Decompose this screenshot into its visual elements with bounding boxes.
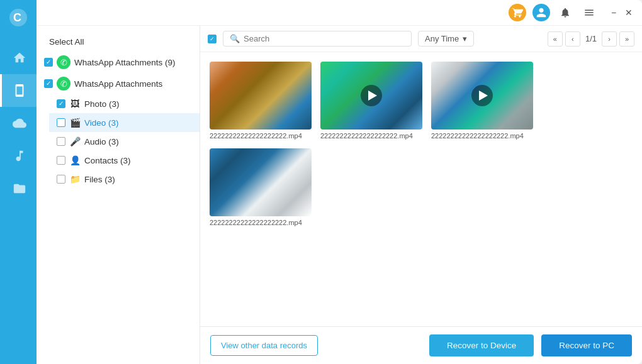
page-prev-button[interactable]: ‹ [565,31,580,47]
files-icon: 📁 [69,174,81,185]
checkbox-whatsapp-top[interactable] [44,58,53,67]
checkbox-whatsapp[interactable] [44,79,53,88]
tree-panel: Select All ✆ WhatsApp Attachments (9) ✆ … [37,26,200,364]
page-next-button[interactable]: › [602,31,617,47]
media-item-4[interactable]: 22222222222222222222.mp4 [210,148,312,226]
contacts-icon: 👤 [69,155,81,166]
whatsapp-icon: ✆ [57,77,70,91]
pagination: « ‹ 1/1 › » [548,31,634,47]
tree-item-whatsapp-top[interactable]: ✆ WhatsApp Attachments (9) [37,52,200,73]
play-button-2[interactable] [361,85,382,106]
page-first-button[interactable]: « [548,31,563,47]
photo-icon: 🖼 [69,98,81,109]
media-name-4: 22222222222222222222.mp4 [210,219,312,226]
label-files: Files (3) [84,175,115,184]
nav-cloud[interactable] [0,107,37,140]
page-info: 1/1 [583,34,599,43]
select-all-row[interactable]: Select All [37,32,200,52]
sidebar-nav: C [0,0,37,364]
label-video: Video (3) [84,118,119,128]
label-whatsapp: WhatsApp Attachments [74,79,162,89]
search-input[interactable] [244,34,405,43]
checkbox-audio[interactable] [57,137,65,146]
time-filter-label: Any Time [425,34,459,43]
window-controls: − ✕ [608,7,634,18]
app-logo: C [7,6,30,29]
label-photo: Photo (3) [84,99,120,109]
tree-item-photo[interactable]: 🖼 Photo (3) [49,94,200,113]
time-filter-dropdown[interactable]: Any Time ▾ [418,31,474,47]
nav-folder[interactable] [0,172,37,205]
checkbox-photo[interactable] [57,99,65,108]
tree-item-audio[interactable]: 🎤 Audio (3) [49,132,200,151]
view-other-button[interactable]: View other data records [210,335,318,356]
media-name-1: 22222222222222222222.mp4 [210,132,312,140]
recover-to-device-button[interactable]: Recover to Device [429,334,534,356]
chevron-down-icon: ▾ [463,34,467,43]
media-name-3: 22222222222222222222.mp4 [431,132,533,140]
media-grid: 22222222222222222222.mp4 222222222222222… [200,52,642,326]
media-thumb-4[interactable] [210,148,312,216]
label-contacts: Contacts (3) [84,156,131,165]
media-item-2[interactable]: 22222222222222222222.mp4 [320,62,422,140]
whatsapp-icon-top: ✆ [57,55,70,69]
nav-home[interactable] [0,41,37,74]
audio-icon: 🎤 [69,136,81,147]
media-thumb-1[interactable] [210,62,312,130]
tree-item-whatsapp[interactable]: ✆ WhatsApp Attachments [37,73,200,94]
page-last-button[interactable]: » [619,31,634,47]
close-button[interactable]: ✕ [623,7,634,18]
title-bar-icons [509,4,598,21]
video-icon: 🎬 [69,117,81,128]
checkbox-contacts[interactable] [57,156,65,165]
tree-item-video[interactable]: 🎬 Video (3) [49,113,200,132]
nav-device[interactable] [0,74,37,107]
tree-item-files[interactable]: 📁 Files (3) [49,170,200,189]
minimize-button[interactable]: − [608,7,619,18]
bottom-bar: View other data records Recover to Devic… [200,326,642,364]
toolbar: 🔍 Any Time ▾ « ‹ 1/1 › » [200,26,642,52]
user-icon[interactable] [532,4,550,21]
toolbar-select-all-checkbox[interactable] [208,35,217,43]
right-panel: 🔍 Any Time ▾ « ‹ 1/1 › » [200,26,642,364]
bell-icon[interactable] [556,4,574,21]
content-area: Select All ✆ WhatsApp Attachments (9) ✆ … [37,26,642,364]
tree-item-contacts[interactable]: 👤 Contacts (3) [49,151,200,170]
menu-icon[interactable] [580,4,598,21]
media-item-1[interactable]: 22222222222222222222.mp4 [210,62,312,140]
svg-text:C: C [13,11,21,24]
recover-to-pc-button[interactable]: Recover to PC [541,334,632,356]
shop-icon[interactable] [509,4,526,21]
search-icon: 🔍 [230,34,240,43]
play-button-3[interactable] [471,85,493,106]
media-name-2: 22222222222222222222.mp4 [320,132,422,140]
search-box[interactable]: 🔍 [223,31,412,47]
select-all-label: Select All [49,37,84,47]
media-item-3[interactable]: 22222222222222222222.mp4 [431,62,533,140]
media-thumb-3[interactable] [431,62,533,130]
label-whatsapp-top: WhatsApp Attachments (9) [74,58,176,67]
media-thumb-2[interactable] [320,62,422,130]
title-bar: − ✕ [37,0,642,26]
checkbox-files[interactable] [57,175,65,184]
checkbox-video[interactable] [57,118,65,127]
nav-music[interactable] [0,140,37,172]
main-window: − ✕ Select All ✆ WhatsApp Attachments (9… [37,0,642,364]
label-audio: Audio (3) [84,137,119,146]
